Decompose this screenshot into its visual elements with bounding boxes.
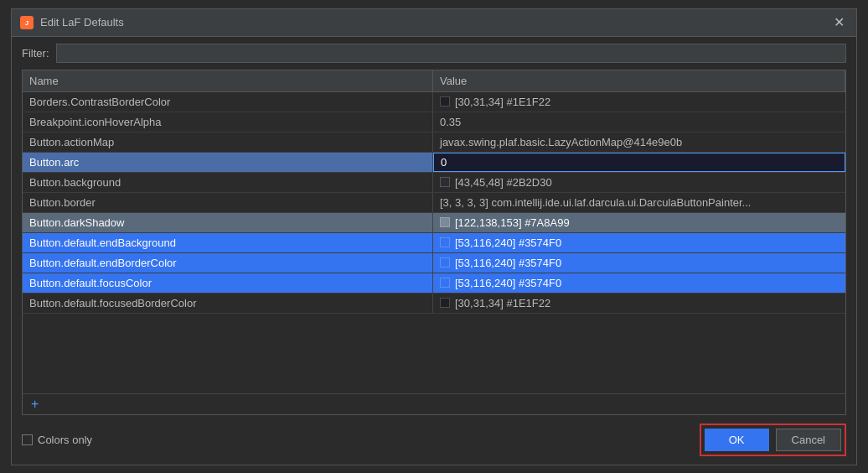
cell-value: [53,116,240] #3574F0 — [433, 273, 845, 293]
table-row[interactable]: Button.default.focusColor [53,116,240] #… — [23, 273, 845, 294]
color-swatch — [440, 278, 450, 288]
cell-name: Button.default.endBackground — [23, 233, 433, 252]
cell-name: Button.default.endBorderColor — [23, 253, 433, 273]
table-row[interactable]: Button.default.endBorderColor [53,116,24… — [23, 253, 845, 273]
cell-name: Button.darkShadow — [23, 213, 433, 232]
table-row[interactable]: Breakpoint.iconHoverAlpha 0.35 — [23, 112, 845, 133]
cell-value: 0 — [433, 153, 845, 172]
app-icon: J — [20, 16, 34, 29]
table-row[interactable]: Button.actionMap javax.swing.plaf.basic.… — [23, 133, 845, 153]
cell-name: Button.actionMap — [23, 133, 433, 152]
cell-value: [122,138,153] #7A8A99 — [433, 213, 845, 232]
cell-name: Button.arc — [23, 153, 433, 172]
color-swatch — [440, 257, 450, 268]
color-swatch — [440, 237, 450, 247]
table-header: Name Value — [23, 70, 845, 92]
cell-value: javax.swing.plaf.basic.LazyActionMap@414… — [433, 133, 845, 152]
edit-laf-dialog: J Edit LaF Defaults ✕ Filter: Name Value… — [11, 8, 857, 465]
table-row[interactable]: Button.border [3, 3, 3, 3] com.intellij.… — [23, 193, 845, 213]
column-header-name: Name — [23, 70, 433, 91]
dialog-title: Edit LaF Defaults — [40, 16, 124, 29]
table-body: Borders.ContrastBorderColor [30,31,34] #… — [23, 92, 845, 393]
ok-button[interactable]: OK — [705, 429, 769, 451]
color-swatch — [440, 177, 450, 187]
button-area: OK Cancel — [700, 424, 846, 456]
cell-value: [30,31,34] #1E1F22 — [433, 294, 845, 313]
title-bar-left: J Edit LaF Defaults — [20, 16, 124, 29]
cell-value: [43,45,48] #2B2D30 — [433, 173, 845, 192]
colors-only-checkbox[interactable] — [22, 434, 33, 445]
cell-name: Button.default.focusedBorderColor — [23, 294, 433, 313]
svg-text:J: J — [25, 19, 28, 27]
cell-name: Borders.ContrastBorderColor — [23, 92, 433, 112]
title-bar: J Edit LaF Defaults ✕ — [12, 9, 856, 37]
cell-value: [3, 3, 3, 3] com.intellij.ide.ui.laf.dar… — [433, 193, 845, 212]
table-row[interactable]: Button.background [43,45,48] #2B2D30 — [23, 173, 845, 193]
filter-label: Filter: — [22, 47, 49, 60]
bottom-bar: Colors only OK Cancel — [12, 415, 856, 465]
table-container: Name Value Borders.ContrastBorderColor [… — [22, 70, 846, 415]
add-row: + — [23, 393, 845, 414]
table-row[interactable]: Button.default.focusedBorderColor [30,31… — [23, 294, 845, 314]
column-header-value: Value — [433, 70, 845, 91]
cell-name: Breakpoint.iconHoverAlpha — [23, 112, 433, 132]
filter-input[interactable] — [56, 44, 847, 63]
close-button[interactable]: ✕ — [830, 14, 848, 31]
cell-name: Button.background — [23, 173, 433, 192]
colors-only-label: Colors only — [38, 434, 92, 446]
add-button[interactable]: + — [29, 398, 40, 411]
table-row[interactable]: Button.arc 0 — [23, 153, 845, 173]
color-swatch — [440, 298, 450, 308]
cell-name: Button.border — [23, 193, 433, 212]
table-row[interactable]: Button.default.endBackground [53,116,240… — [23, 233, 845, 253]
cancel-button[interactable]: Cancel — [776, 429, 841, 451]
color-swatch — [440, 217, 450, 227]
color-swatch — [440, 96, 450, 107]
table-row[interactable]: Borders.ContrastBorderColor [30,31,34] #… — [23, 92, 845, 112]
filter-row: Filter: — [12, 37, 856, 70]
cell-value: [53,116,240] #3574F0 — [433, 233, 845, 252]
colors-only-area: Colors only — [22, 434, 92, 446]
cell-value: [53,116,240] #3574F0 — [433, 253, 845, 273]
table-row[interactable]: Button.darkShadow [122,138,153] #7A8A99 — [23, 213, 845, 233]
cell-value: 0.35 — [433, 112, 845, 132]
cell-value: [30,31,34] #1E1F22 — [433, 92, 845, 112]
cell-name: Button.default.focusColor — [23, 273, 433, 293]
